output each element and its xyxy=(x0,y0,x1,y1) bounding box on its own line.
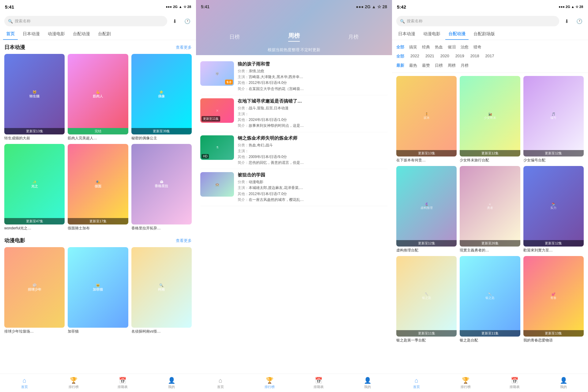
anime-card-1[interactable]: 💪筋肉人 完结 筋肉人完美超人… xyxy=(68,54,128,141)
rank-item-3[interactable]: 🏫 被狙击的学园 分类：动漫电影 主演：本城雄太郎,渡边麻友,花泽香菜,… 其他… xyxy=(200,169,388,206)
filter-genre-all[interactable]: 全部 xyxy=(396,44,404,51)
history-icon-3[interactable]: 🕐 xyxy=(575,17,584,25)
time-1: 5:41 xyxy=(5,4,14,9)
filter-sort-row: 最新 最热 最赞 日榜 周榜 月榜 xyxy=(396,61,584,70)
cat-card-2[interactable]: 🎵编号 更新至12集 少女编号台配 xyxy=(523,76,584,163)
filter-year-2022[interactable]: 2022 xyxy=(410,53,419,60)
rank-badge-1: 更新至11集 xyxy=(202,116,220,122)
anime-card-5[interactable]: 🏔香格里拉 香格里拉开拓异… xyxy=(131,144,192,231)
cat-bg-4: ⚔勇者 xyxy=(460,166,520,247)
filter-genre-classic[interactable]: 经典 xyxy=(422,44,430,51)
rank-item-1[interactable]: ⚔ 更新至11集 在地下城寻求邂逅是否搞错了… 分类：战斗,冒险,后宫,日本动漫… xyxy=(200,95,388,132)
filter-genre-sad[interactable]: 催泪 xyxy=(448,44,456,51)
cat-card-1[interactable]: 🚂少女终末 更新至12集 少女终末旅行台配 xyxy=(460,76,520,163)
bottom-nav-home-3[interactable]: ⌂ 首页 xyxy=(392,374,441,392)
bottom-nav-rank-2[interactable]: 🏆 排行榜 xyxy=(245,374,294,392)
anime-card-4[interactable]: 🎭假面 更新至17集 假面骑士加布 xyxy=(68,144,128,231)
anime-card-7[interactable]: 🐱加菲猫 加菲猫 xyxy=(68,247,128,334)
bottom-nav-mine-3[interactable]: 👤 我的 xyxy=(539,374,588,392)
nav-tab-jp-1[interactable]: 日本动漫 xyxy=(20,29,43,40)
search-input-1[interactable]: 🔍 搜索名称 xyxy=(4,16,167,26)
filter-year-all[interactable]: 全部 xyxy=(396,53,404,60)
filter-genre-funny[interactable]: 搞笑 xyxy=(409,44,417,51)
nav-tab-drama-3[interactable]: 台配剧场版 xyxy=(470,29,498,40)
nav-tab-dubbed-3[interactable]: 台配动漫 xyxy=(445,29,469,40)
nav-tab-movie-1[interactable]: 动漫电影 xyxy=(45,29,68,40)
cat-card-0[interactable]: 🧍坂本 更新至13集 在下坂本有何贵… xyxy=(396,76,457,163)
filter-sort-monthly[interactable]: 月榜 xyxy=(461,62,469,69)
cat-thumb-6: 🥄银之匙 更新至11集 xyxy=(396,256,457,337)
rank-list: 🐺 9.0 狼的孩子雨和雪 分类：亲情,治愈 主演：宫崎葵,大泽隆夫,黑木华,西… xyxy=(196,55,392,374)
rank-meta-2: 分类：热血,奇幻,战斗 主演： 其他：2009年/日本/日语/9.0分 简介：悲… xyxy=(238,142,388,166)
cat-bg-2: 🎵编号 xyxy=(523,76,584,156)
download-icon-1[interactable]: ⬇ xyxy=(170,17,179,25)
cat-card-7[interactable]: 🥄银之匙 更新至11集 银之匙台配 xyxy=(460,256,520,343)
search-input-3[interactable]: 🔍 搜索名称 xyxy=(396,16,559,26)
nav-tab-jp-3[interactable]: 日本动漫 xyxy=(395,29,418,40)
cat-card-3[interactable]: 🔮虚构推理 更新至12集 虚构推理台配 xyxy=(396,166,457,253)
rank-tab-weekly[interactable]: 周榜 xyxy=(288,32,300,42)
time-2: 5:41 xyxy=(201,4,209,9)
download-icon-3[interactable]: ⬇ xyxy=(562,17,571,25)
anime-card-0[interactable]: 🐱转生猫 更新至13集 转生成猫的大叔 xyxy=(4,54,65,141)
rank-tab-monthly[interactable]: 月榜 xyxy=(348,33,359,42)
filter-sort-weekly[interactable]: 周榜 xyxy=(448,62,456,69)
rank-info-0: 狼的孩子雨和雪 分类：亲情,治愈 主演：宫崎葵,大泽隆夫,黑木华,西井幸… 其他… xyxy=(238,61,388,92)
bottom-nav-rank-1[interactable]: 🏆 排行榜 xyxy=(49,374,98,392)
filter-year-2018[interactable]: 2018 xyxy=(470,53,479,60)
nav-tab-home-1[interactable]: 首页 xyxy=(3,29,18,40)
bottom-nav-rank-label-1: 排行榜 xyxy=(69,385,79,389)
filter-sort-hot[interactable]: 最热 xyxy=(409,62,417,69)
status-icons-2: ●●● 2G ▲ ☆ 28 xyxy=(356,4,387,9)
filter-year-2019[interactable]: 2019 xyxy=(455,53,464,60)
rank-tab-daily[interactable]: 日榜 xyxy=(229,33,240,42)
nav-tab-drama-1[interactable]: 台配剧 xyxy=(95,29,114,40)
anime-title-6: 排球少年垃圾场… xyxy=(4,329,65,334)
cat-badge-7: 更新至11集 xyxy=(460,330,520,337)
nav-tab-dubbed-1[interactable]: 台配动漫 xyxy=(70,29,93,40)
section-more-movie[interactable]: 查看更多 xyxy=(176,238,192,243)
cat-card-4[interactable]: ⚔勇者 更新至26集 現實主義勇者的… xyxy=(460,166,520,253)
cat-badge-2: 更新至12集 xyxy=(523,150,584,156)
nav-tab-movie-3[interactable]: 动漫电影 xyxy=(420,29,443,40)
history-icon-1[interactable]: 🕐 xyxy=(183,17,192,25)
filter-genre-action[interactable]: 热血 xyxy=(435,44,443,51)
rank-title-0: 狼的孩子雨和雪 xyxy=(238,61,388,67)
section-more-jp[interactable]: 查看更多 xyxy=(176,45,192,50)
filter-year-2021[interactable]: 2021 xyxy=(425,53,434,60)
bottom-nav-home-1[interactable]: ⌂ 首页 xyxy=(0,374,49,392)
bottom-nav-mine-2[interactable]: 👤 我的 xyxy=(343,374,392,392)
bottom-nav-schedule-3[interactable]: 📅 排期表 xyxy=(490,374,539,392)
rank-thumb-0: 🐺 9.0 xyxy=(200,61,234,86)
filter-year-2020[interactable]: 2020 xyxy=(440,53,449,60)
filter-genre-weird[interactable]: 猎奇 xyxy=(473,44,481,51)
bottom-nav-schedule-label-2: 排期表 xyxy=(314,385,324,389)
cat-card-6[interactable]: 🥄银之匙 更新至11集 银之匙第一季台配 xyxy=(396,256,457,343)
cat-badge-8: 更新至13集 xyxy=(523,330,584,337)
filter-year-2017[interactable]: 2017 xyxy=(485,53,494,60)
cat-card-8[interactable]: 💕青春 更新至13集 我的青春恋爱物语 xyxy=(523,256,584,343)
filter-sort-newest[interactable]: 最新 xyxy=(396,62,404,69)
search-icon-3: 🔍 xyxy=(400,19,405,24)
bottom-nav-schedule-2[interactable]: 📅 排期表 xyxy=(294,374,343,392)
rank-item-0[interactable]: 🐺 9.0 狼的孩子雨和雪 分类：亲情,治愈 主演：宫崎葵,大泽隆夫,黑木华,西… xyxy=(200,58,388,95)
anime-thumb-3: ✨光之 更新至47集 xyxy=(4,144,65,224)
bottom-nav-rank-3[interactable]: 🏆 排行榜 xyxy=(441,374,490,392)
rank-item-2[interactable]: ⚗ HD 钢之炼金术师失明的炼金术师 分类：热血,奇幻,战斗 主演： 其他：20… xyxy=(200,132,388,169)
anime-card-8[interactable]: 🔍柯南 名侦探柯南vs怪… xyxy=(131,247,192,334)
rank-title-1: 在地下城寻求邂逅是否搞错了… xyxy=(238,98,388,104)
filter-genre-heal[interactable]: 治愈 xyxy=(461,44,469,51)
bottom-nav-home-2[interactable]: ⌂ 首页 xyxy=(196,374,245,392)
cat-badge-6: 更新至11集 xyxy=(396,330,457,337)
bottom-nav-mine-1[interactable]: 👤 我的 xyxy=(147,374,196,392)
anime-card-2[interactable]: ⭐偶像 更新至39集 秘密的偶像公主 xyxy=(131,54,192,141)
anime-card-6[interactable]: 🏐排球少年 排球少年垃圾场… xyxy=(4,247,65,334)
anime-card-3[interactable]: ✨光之 更新至47集 wonderful光之… xyxy=(4,144,65,231)
rank-title-3: 被狙击的学园 xyxy=(238,172,388,178)
anime-grid-jp: 🐱转生猫 更新至13集 转生成猫的大叔 💪筋肉人 完结 筋肉人完美超人… ⭐偶像… xyxy=(4,54,192,231)
filter-sort-daily[interactable]: 日榜 xyxy=(435,62,443,69)
cat-bg-1: 🚂少女终末 xyxy=(460,76,520,156)
cat-card-5[interactable]: 📚实力 更新至12集 歡迎來到實力至… xyxy=(523,166,584,253)
filter-sort-like[interactable]: 最赞 xyxy=(422,62,430,69)
bottom-nav-schedule-1[interactable]: 📅 排期表 xyxy=(98,374,147,392)
